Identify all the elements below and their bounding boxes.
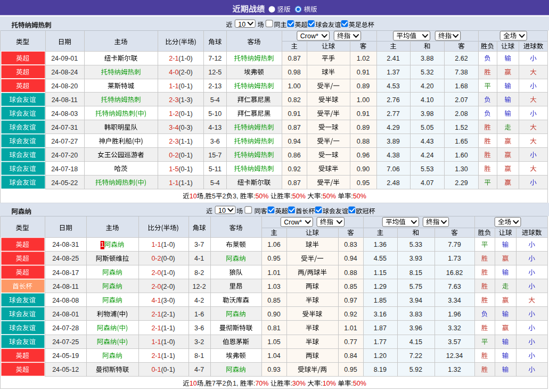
svg-text:1.52: 1.52 <box>455 124 468 131</box>
svg-text:4.53: 4.53 <box>387 82 399 90</box>
svg-text:2-0: 2-0 <box>151 269 161 277</box>
svg-text:3.16: 3.16 <box>374 311 387 318</box>
svg-text:(2-0): (2-0) <box>161 283 175 290</box>
svg-text:2.29: 2.29 <box>455 179 468 187</box>
svg-text:0.94: 0.94 <box>288 138 300 145</box>
svg-text:2.08: 2.08 <box>455 110 468 118</box>
svg-text:(1-0): (1-0) <box>161 269 175 277</box>
svg-text:(3-0): (3-0) <box>161 297 175 304</box>
svg-text:5-10: 5-10 <box>208 110 222 118</box>
svg-text:7-12: 7-12 <box>208 55 222 62</box>
svg-text:3-4: 3-4 <box>169 124 178 131</box>
svg-text:(0-1): (0-1) <box>178 165 192 173</box>
svg-text:50%: 50% <box>255 193 268 200</box>
svg-text:8.19: 8.19 <box>374 366 387 373</box>
svg-text:2: 2 <box>223 380 226 387</box>
svg-text:24-07-20: 24-07-20 <box>51 152 78 159</box>
svg-text:1.03: 1.03 <box>267 283 280 290</box>
svg-text:3.93: 3.93 <box>409 255 422 262</box>
svg-text:5-4: 5-4 <box>210 179 220 187</box>
svg-text:1.96: 1.96 <box>448 311 461 318</box>
svg-text:(1-1): (1-1) <box>161 352 175 360</box>
svg-text:Crow*: Crow* <box>284 219 302 226</box>
svg-text:24-08-20: 24-08-20 <box>51 82 78 90</box>
svg-text:50%: 50% <box>292 193 306 200</box>
svg-text:2-3: 2-3 <box>169 96 178 104</box>
svg-text:7: 7 <box>212 380 216 387</box>
svg-text:(1-3): (1-3) <box>178 96 192 104</box>
svg-text:0.83: 0.83 <box>344 241 357 248</box>
svg-text:24-08-01: 24-08-01 <box>52 311 79 318</box>
svg-text:4.43: 4.43 <box>421 138 433 145</box>
svg-text:3-6: 3-6 <box>194 324 204 332</box>
svg-text:0.84: 0.84 <box>344 352 357 360</box>
svg-text:1.05: 1.05 <box>267 338 280 346</box>
svg-text:2.07: 2.07 <box>455 96 468 104</box>
svg-text:1.36: 1.36 <box>374 241 387 248</box>
svg-text:24-08-03: 24-08-03 <box>51 110 78 118</box>
svg-text:24-08-11: 24-08-11 <box>52 96 78 104</box>
svg-text:1.02: 1.02 <box>357 55 370 62</box>
svg-text:(0-1): (0-1) <box>178 152 192 159</box>
svg-text:10: 10 <box>190 193 197 200</box>
svg-text:4.07: 4.07 <box>421 179 433 187</box>
svg-text:(0-3): (0-3) <box>178 124 192 131</box>
svg-text:3.88: 3.88 <box>421 55 433 62</box>
svg-text:1-6: 1-6 <box>194 311 204 318</box>
svg-text:0.82: 0.82 <box>288 96 300 104</box>
svg-text:3.83: 3.83 <box>409 311 422 318</box>
svg-text:2-1: 2-1 <box>151 324 161 332</box>
svg-text:1.29: 1.29 <box>374 283 387 290</box>
svg-text:7.79: 7.79 <box>448 241 461 248</box>
svg-text:4.38: 4.38 <box>387 152 399 159</box>
svg-text:12-5: 12-5 <box>208 69 222 76</box>
svg-text:1.04: 1.04 <box>267 352 280 360</box>
svg-text:4-2: 4-2 <box>194 297 204 304</box>
svg-text:4.20: 4.20 <box>421 82 433 90</box>
svg-text:8-2: 8-2 <box>194 269 204 277</box>
svg-text:1,: 1, <box>233 380 238 387</box>
svg-text:16.82: 16.82 <box>446 269 463 277</box>
svg-text:1.37: 1.37 <box>387 69 399 76</box>
svg-text:7.38: 7.38 <box>455 69 468 76</box>
svg-text:1.00: 1.00 <box>288 82 300 90</box>
svg-text:3-7: 3-7 <box>194 241 204 248</box>
svg-text:0.91: 0.91 <box>288 110 300 118</box>
svg-text:24-05-19: 24-05-19 <box>52 352 79 360</box>
svg-text:2-13: 2-13 <box>208 82 222 90</box>
svg-text:3,: 3, <box>233 193 238 200</box>
svg-text:3.94: 3.94 <box>409 297 422 304</box>
svg-text:24-08-11: 24-08-11 <box>53 283 79 290</box>
svg-text:2.41: 2.41 <box>387 55 399 62</box>
svg-text:0.92: 0.92 <box>288 165 300 173</box>
svg-text:2-1: 2-1 <box>169 55 178 62</box>
svg-text:5: 5 <box>212 193 216 200</box>
svg-text:0-1: 0-1 <box>151 366 161 373</box>
svg-text:5.33: 5.33 <box>409 241 422 248</box>
svg-text:1.65: 1.65 <box>455 138 468 145</box>
svg-text:0.88: 0.88 <box>344 269 357 277</box>
svg-text:0.92: 0.92 <box>344 311 357 318</box>
svg-text:3.96: 3.96 <box>409 324 422 332</box>
svg-text:1.00: 1.00 <box>357 96 370 104</box>
svg-text:1-5: 1-5 <box>169 165 178 173</box>
svg-text:0.77: 0.77 <box>344 338 357 346</box>
svg-text:0.85: 0.85 <box>267 297 280 304</box>
svg-text:0-2: 0-2 <box>169 152 178 159</box>
svg-text:50%: 50% <box>353 193 366 200</box>
svg-text:0.98: 0.98 <box>288 69 300 76</box>
svg-text:5.32: 5.32 <box>421 69 433 76</box>
svg-text:1.68: 1.68 <box>455 82 468 90</box>
svg-text:(1-1): (1-1) <box>178 138 192 145</box>
svg-text:24-07-18: 24-07-18 <box>51 165 78 173</box>
svg-text:24-05-12: 24-05-12 <box>52 366 79 373</box>
svg-text:1.15: 1.15 <box>374 269 387 277</box>
svg-text:1-1: 1-1 <box>151 241 161 248</box>
svg-text:0.91: 0.91 <box>357 110 370 118</box>
svg-text:10: 10 <box>238 21 245 28</box>
svg-text:5-4: 5-4 <box>210 96 220 104</box>
svg-text:1-1: 1-1 <box>151 338 161 346</box>
svg-text:24-08-24: 24-08-24 <box>51 69 78 76</box>
svg-text:5-11: 5-11 <box>209 165 222 173</box>
svg-text:2: 2 <box>223 193 226 200</box>
